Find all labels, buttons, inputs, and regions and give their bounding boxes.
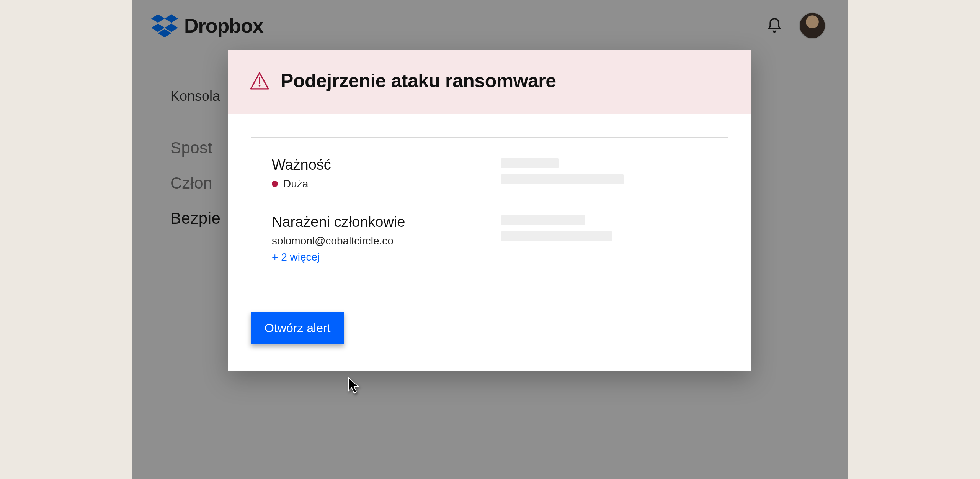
members-block: Narażeni członkowie solomonl@cobaltcircl… <box>272 214 478 263</box>
notifications-bell-icon[interactable] <box>766 17 783 34</box>
app-window: Dropbox Konsola Spost Człon Bezpie <box>132 0 848 479</box>
modal-actions: Otwórz alert <box>251 312 728 344</box>
mouse-cursor-icon <box>347 377 361 394</box>
dropbox-logo-icon <box>151 14 178 37</box>
modal-body: Ważność Duża Narażeni członkowie solomon… <box>228 114 751 371</box>
svg-point-6 <box>259 85 261 87</box>
svg-marker-1 <box>165 14 178 23</box>
placeholder-line <box>501 231 612 241</box>
warning-triangle-icon <box>250 72 269 90</box>
members-more-link[interactable]: + 2 więcej <box>272 251 478 263</box>
ransomware-alert-modal: Podejrzenie ataku ransomware Ważność Duż… <box>228 50 751 371</box>
placeholder-line <box>501 174 624 184</box>
placeholder-line <box>501 158 559 168</box>
brand[interactable]: Dropbox <box>151 14 263 37</box>
user-avatar[interactable] <box>800 13 825 38</box>
placeholder-line <box>501 215 585 225</box>
placeholder-block-1 <box>501 157 707 190</box>
placeholder-block-2 <box>501 214 707 263</box>
svg-marker-0 <box>151 14 165 23</box>
modal-title: Podejrzenie ataku ransomware <box>281 70 556 92</box>
alert-detail-card: Ważność Duża Narażeni członkowie solomon… <box>251 137 728 285</box>
severity-block: Ważność Duża <box>272 157 478 190</box>
severity-dot-icon <box>272 181 278 187</box>
brand-name: Dropbox <box>184 14 263 37</box>
member-email: solomonl@cobaltcircle.co <box>272 235 478 247</box>
modal-header: Podejrzenie ataku ransomware <box>228 50 751 114</box>
top-bar: Dropbox <box>132 0 848 57</box>
topbar-actions <box>766 13 825 38</box>
severity-label: Ważność <box>272 157 478 173</box>
open-alert-button[interactable]: Otwórz alert <box>251 312 344 344</box>
members-label: Narażeni członkowie <box>272 214 478 230</box>
severity-value: Duża <box>283 178 308 190</box>
